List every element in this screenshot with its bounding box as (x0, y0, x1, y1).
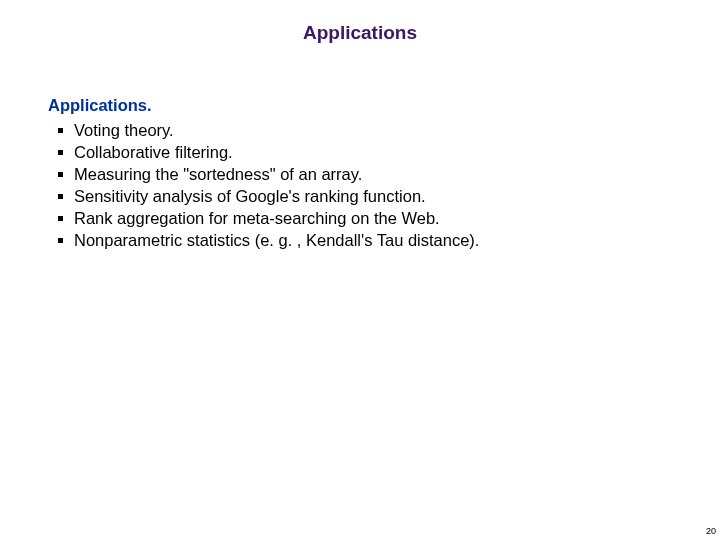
slide-title: Applications (0, 22, 720, 44)
list-item: Collaborative filtering. (48, 141, 680, 163)
bullet-list: Voting theory. Collaborative filtering. … (48, 119, 680, 251)
list-item: Measuring the "sortedness" of an array. (48, 163, 680, 185)
slide: Applications Applications. Voting theory… (0, 0, 720, 540)
list-item: Voting theory. (48, 119, 680, 141)
list-item: Rank aggregation for meta-searching on t… (48, 207, 680, 229)
list-item: Nonparametric statistics (e. g. , Kendal… (48, 229, 680, 251)
section-heading: Applications. (48, 96, 680, 115)
list-item: Sensitivity analysis of Google's ranking… (48, 185, 680, 207)
slide-body: Applications. Voting theory. Collaborati… (48, 96, 680, 251)
page-number: 20 (706, 526, 716, 536)
